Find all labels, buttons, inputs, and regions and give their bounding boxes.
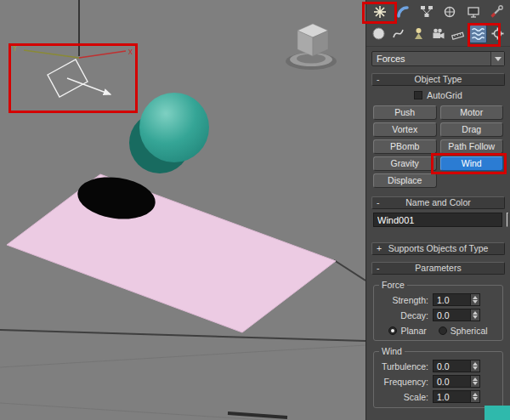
helpers-icon xyxy=(450,26,465,41)
utilities-icon xyxy=(490,5,503,19)
object-type-buttons: Push Motor Vortex Drag PBomb Path Follow… xyxy=(373,105,503,188)
planar-spherical-radios: Planar Spherical xyxy=(377,326,499,336)
planar-radio[interactable]: Planar xyxy=(388,326,426,336)
tab-create[interactable] xyxy=(371,3,388,20)
rollout-parameters[interactable]: - Parameters xyxy=(371,262,505,275)
chevron-down-icon xyxy=(495,57,502,61)
autogrid-checkbox[interactable] xyxy=(414,91,422,99)
rollout-object-type-title: Object Type xyxy=(415,74,462,84)
motor-button[interactable]: Motor xyxy=(440,105,504,120)
force-group-label: Force xyxy=(379,280,407,290)
category-shapes[interactable] xyxy=(389,25,407,43)
wind-button[interactable]: Wind xyxy=(440,156,504,171)
lights-icon xyxy=(411,26,426,41)
category-cameras[interactable] xyxy=(429,25,447,43)
shapes-icon xyxy=(391,26,405,41)
spherical-radio-label: Spherical xyxy=(450,326,488,336)
rollout-name-and-color-title: Name and Color xyxy=(405,197,470,207)
category-helpers[interactable] xyxy=(449,25,467,43)
viewport-3d[interactable]: x Y xyxy=(0,0,366,420)
command-panel-tabs xyxy=(366,0,510,23)
tab-motion[interactable] xyxy=(441,3,458,20)
collapse-minus-icon: - xyxy=(377,74,380,85)
scale-spinner[interactable]: 1.0 xyxy=(433,390,480,403)
wind-group: Wind Turbulence: 0.0 Frequency: 0.0 Scal… xyxy=(373,346,503,408)
rollout-parameters-title: Parameters xyxy=(415,263,461,273)
collapse-plus-icon: + xyxy=(377,243,382,254)
turbulence-row: Turbulence: 0.0 xyxy=(377,360,499,372)
tab-display[interactable] xyxy=(465,3,482,20)
vortex-button[interactable]: Vortex xyxy=(373,122,437,137)
radio-unselected-icon xyxy=(439,326,447,335)
forces-dropdown-value: Forces xyxy=(377,54,405,64)
turbulence-spinner[interactable]: 0.0 xyxy=(433,360,480,372)
strength-spinner[interactable]: 1.0 xyxy=(433,293,480,306)
wind-group-label: Wind xyxy=(379,346,405,356)
rollout-name-and-color[interactable]: - Name and Color xyxy=(371,196,505,209)
turbulence-label: Turbulence: xyxy=(377,361,428,372)
radio-selected-icon xyxy=(388,326,397,335)
decay-value: 0.0 xyxy=(437,310,450,321)
gravity-button[interactable]: Gravity xyxy=(373,156,437,171)
geometry-icon xyxy=(371,26,386,41)
frequency-spinner[interactable]: 0.0 xyxy=(433,375,480,388)
spinner-arrows-icon[interactable] xyxy=(470,294,479,305)
path-follow-button[interactable]: Path Follow xyxy=(440,139,504,154)
strength-value: 1.0 xyxy=(437,295,450,305)
object-color-swatch[interactable] xyxy=(507,213,508,227)
teal-corner-block xyxy=(484,406,510,420)
spinner-arrows-icon[interactable] xyxy=(470,309,479,321)
strength-row: Strength: 1.0 xyxy=(377,293,499,306)
motion-icon xyxy=(443,5,456,19)
scale-row: Scale: 1.0 xyxy=(377,390,499,403)
screenshot-root: x Y xyxy=(0,0,510,420)
sphere-object[interactable] xyxy=(139,93,209,162)
spherical-radio[interactable]: Spherical xyxy=(439,326,488,336)
object-name-input[interactable] xyxy=(373,213,502,227)
rollout-object-type[interactable]: - Object Type xyxy=(371,73,505,86)
hierarchy-icon xyxy=(420,5,434,19)
systems-icon xyxy=(490,26,505,41)
frequency-label: Frequency: xyxy=(377,377,428,387)
force-group: Force Strength: 1.0 Decay: 0.0 Planar xyxy=(373,280,503,341)
decay-label: Decay: xyxy=(377,310,428,321)
category-lights[interactable] xyxy=(410,25,428,43)
name-and-color-row xyxy=(373,213,503,227)
decay-spinner[interactable]: 0.0 xyxy=(433,309,480,321)
display-icon xyxy=(467,5,480,19)
push-button[interactable]: Push xyxy=(373,105,437,120)
category-geometry[interactable] xyxy=(370,25,388,43)
category-systems[interactable] xyxy=(489,25,507,43)
spinner-arrows-icon[interactable] xyxy=(470,391,479,402)
category-space-warps[interactable] xyxy=(469,25,487,43)
dropdown-arrow-button[interactable] xyxy=(490,52,504,65)
rollout-supports-objects-title: Supports Objects of Type xyxy=(388,243,489,253)
spinner-arrows-icon[interactable] xyxy=(470,360,479,372)
scene-canvas: x Y xyxy=(0,0,366,420)
tab-hierarchy[interactable] xyxy=(418,3,435,20)
modify-icon xyxy=(396,5,410,19)
drag-button[interactable]: Drag xyxy=(440,122,504,137)
y-axis-label: Y xyxy=(12,43,18,53)
autogrid-label: AutoGrid xyxy=(427,90,462,100)
wind-button-label: Wind xyxy=(462,158,482,168)
tab-utilities[interactable] xyxy=(488,3,505,20)
rollout-supports-objects[interactable]: + Supports Objects of Type xyxy=(371,242,505,255)
planar-radio-label: Planar xyxy=(400,326,426,336)
x-axis-label: x xyxy=(128,47,133,56)
frequency-row: Frequency: 0.0 xyxy=(377,375,499,388)
pbomb-button[interactable]: PBomb xyxy=(373,139,437,154)
decay-row: Decay: 0.0 xyxy=(377,309,499,321)
command-panel: Forces - Object Type AutoGrid Push Motor… xyxy=(366,0,510,420)
displace-button[interactable]: Displace xyxy=(373,173,437,188)
scale-label: Scale: xyxy=(377,392,428,402)
tab-modify[interactable] xyxy=(394,3,411,20)
create-categories xyxy=(366,23,510,47)
cameras-icon xyxy=(431,26,445,41)
scale-value: 1.0 xyxy=(437,392,450,402)
autogrid-row: AutoGrid xyxy=(366,88,510,101)
forces-dropdown[interactable]: Forces xyxy=(371,51,505,66)
frequency-value: 0.0 xyxy=(437,377,450,387)
spinner-arrows-icon[interactable] xyxy=(470,376,479,387)
strength-label: Strength: xyxy=(377,295,428,305)
